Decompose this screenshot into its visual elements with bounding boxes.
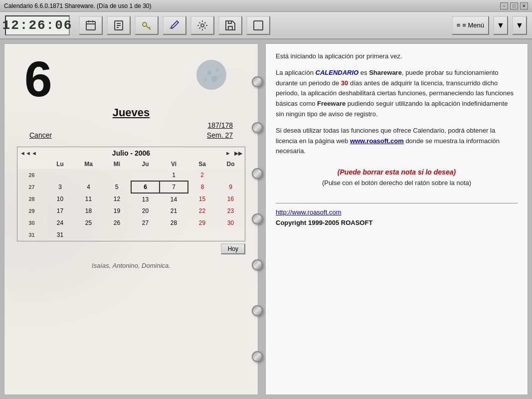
day-empty[interactable] [216,169,245,181]
moon-display [195,59,228,91]
note-para2: Si desea utilizar todas las funciones qu… [276,126,518,157]
day-empty[interactable] [188,229,216,241]
day-28[interactable]: 28 [160,217,188,229]
key-button[interactable] [135,16,159,35]
svg-point-11 [201,24,204,27]
footer-link[interactable]: http://www.roasoft.com [276,207,518,218]
day-9-sun[interactable]: 9 [216,181,245,193]
day-4[interactable]: 4 [74,181,103,193]
day-1[interactable]: 1 [160,169,188,181]
week-26: 26 [17,169,46,181]
menu-button[interactable]: ≡ ≡ Menú [452,16,489,35]
day-29-sat[interactable]: 29 [188,217,216,229]
days-num: 30 [341,79,348,87]
window-title: Calendario 6.6.0.1871 Shareware. (Día de… [4,2,500,9]
note-content: Está iniciando la aplicación por primera… [276,51,518,228]
menu-dropdown-arrow[interactable]: ▼ [493,16,508,35]
week-27: 27 [17,181,46,193]
weekday-mi: Mi [103,159,131,169]
day-empty[interactable] [103,229,131,241]
ring-2 [252,122,263,133]
month-title: Julio - 2006 [112,149,150,157]
day-2-sat[interactable]: 2 [188,169,216,181]
day-15-sat[interactable]: 15 [188,193,216,205]
day-30-sun[interactable]: 30 [216,217,245,229]
next-month-button[interactable]: ► [225,150,231,156]
extra-icon: ▼ [516,21,524,30]
day-empty[interactable] [131,169,160,181]
day-25[interactable]: 25 [74,217,103,229]
day-empty[interactable] [216,229,245,241]
day-5[interactable]: 5 [103,181,131,193]
spiral-rings [252,44,264,395]
notes-button[interactable] [107,16,131,35]
day-name: Jueves [14,106,248,119]
day-26[interactable]: 26 [103,217,131,229]
calendar-body: 26 1 2 27 3 4 5 6 [17,169,245,241]
day-8-sat[interactable]: 8 [188,181,216,193]
day-24[interactable]: 24 [46,217,74,229]
weekday-vi: Vi [160,159,188,169]
day-14[interactable]: 14 [160,193,188,205]
day-empty[interactable] [160,229,188,241]
day-empty[interactable] [131,229,160,241]
day-18[interactable]: 18 [74,205,103,217]
day-20[interactable]: 20 [131,205,160,217]
day-10[interactable]: 10 [46,193,74,205]
weekday-sa: Sa [188,159,216,169]
day-empty[interactable] [103,169,131,181]
toolbar: 12:26:06 [0,12,532,39]
maximize-button[interactable]: □ [510,2,518,9]
table-row: 27 3 4 5 6 7 8 9 [17,181,245,193]
settings-button[interactable] [190,16,214,35]
svg-line-10 [149,27,150,28]
svg-point-21 [218,75,221,78]
website-link[interactable]: www.roasoft.com [350,137,404,145]
note-footer: http://www.roasoft.com Copyright 1999-20… [276,203,518,228]
svg-point-15 [196,60,226,90]
day-27[interactable]: 27 [131,217,160,229]
day-21[interactable]: 21 [160,205,188,217]
day-12[interactable]: 12 [103,193,131,205]
day-empty[interactable] [74,229,103,241]
day-11[interactable]: 11 [74,193,103,205]
day-17[interactable]: 17 [46,205,74,217]
day-3[interactable]: 3 [46,181,74,193]
day-empty[interactable] [74,169,103,181]
weekday-header-row: Lu Ma Mi Ju Vi Sa Do [17,159,245,169]
day-7[interactable]: 7 [160,181,188,193]
day-19[interactable]: 19 [103,205,131,217]
day-13[interactable]: 13 [131,193,160,205]
calendar-header: ◄◄ ◄ Julio - 2006 ► ▶▶ [17,147,245,159]
extra-menu-button[interactable]: ▼ [512,16,527,35]
minimize-button[interactable]: − [500,2,508,9]
save-button[interactable] [218,16,242,35]
hoy-button[interactable]: Hoy [221,243,245,254]
close-button[interactable]: ✕ [520,2,528,9]
day-16-sun[interactable]: 16 [216,193,245,205]
ring-5 [252,259,263,270]
day-22-sat[interactable]: 22 [188,205,216,217]
svg-rect-12 [228,26,232,30]
svg-point-20 [207,65,209,67]
week-label: Sem. 27 [207,131,233,139]
clock-display: 12:26:06 [5,15,70,35]
promo-line1: (Puede borrar esta nota si lo desea) [276,167,518,178]
prev-month-button[interactable]: ◄ [31,150,37,156]
day-31[interactable]: 31 [46,229,74,241]
window-button[interactable] [246,16,270,35]
svg-rect-14 [254,21,263,30]
day-23-sun[interactable]: 23 [216,205,245,217]
edit-button[interactable] [163,16,186,35]
main-content: 6 Jueves 187/178 Cancer Sem. 27 ◄◄ ◄ Jul… [0,39,532,399]
svg-rect-0 [86,21,95,30]
promo-line2: (Pulse con el botón derecho del ratón so… [276,178,518,189]
weekday-do: Do [216,159,245,169]
day-6-today[interactable]: 6 [131,181,160,193]
title-bar: Calendario 6.6.0.1871 Shareware. (Día de… [0,0,532,12]
day-empty[interactable] [46,169,74,181]
table-row: 28 10 11 12 13 14 15 16 [17,193,245,205]
next-year-button[interactable]: ▶▶ [234,150,242,157]
calendar-button[interactable] [79,16,103,35]
prev-year-button[interactable]: ◄◄ [20,150,31,156]
